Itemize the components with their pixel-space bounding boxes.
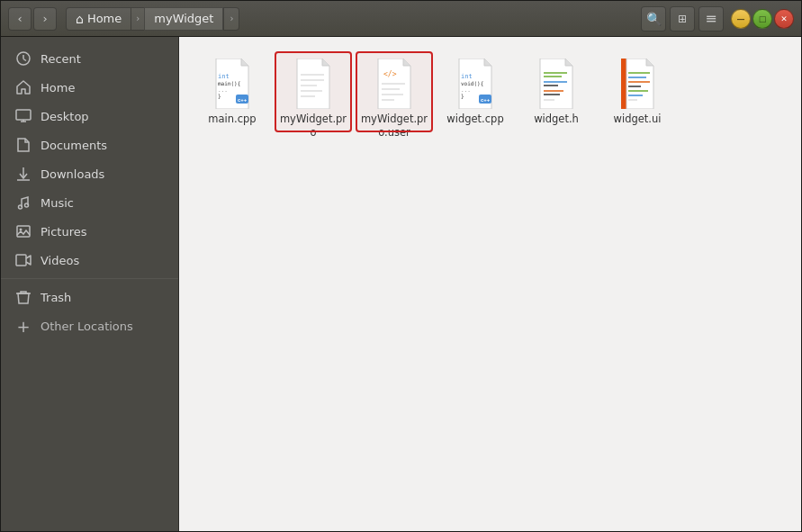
sidebar-item-desktop-label: Desktop [41, 110, 89, 123]
file-item-mywidget-pro[interactable]: myWidget.pro [275, 51, 352, 132]
view-toggle-button[interactable]: ⊞ [670, 6, 695, 32]
recent-icon [15, 50, 32, 67]
file-label-widget-h: widget.h [534, 113, 579, 126]
svg-rect-10 [17, 226, 30, 237]
titlebar: ‹ › ⌂ Home › myWidget › 🔍 ⊞ ≡ [1, 1, 801, 37]
music-icon [15, 194, 32, 211]
svg-point-9 [25, 203, 29, 207]
sidebar: Recent Home Desktop Documents [1, 37, 179, 531]
svg-text:...: ... [218, 86, 228, 93]
breadcrumb-separator: › [131, 7, 144, 31]
trash-icon [15, 289, 32, 305]
file-icon-widget-ui [614, 59, 661, 109]
view-icon: ⊞ [678, 13, 687, 25]
svg-text:</>: </> [383, 70, 397, 78]
menu-icon: ≡ [705, 12, 716, 26]
sidebar-item-other-locations[interactable]: + Other Locations [1, 311, 178, 340]
sidebar-item-documents[interactable]: Documents [1, 131, 178, 159]
sidebar-item-other-locations-label: Other Locations [41, 320, 133, 333]
file-icon-mywidget-pro [290, 59, 337, 109]
sidebar-item-desktop[interactable]: Desktop [1, 102, 178, 131]
svg-rect-3 [16, 110, 31, 120]
other-locations-icon: + [15, 318, 32, 334]
pictures-icon [15, 223, 32, 239]
svg-text:}: } [461, 93, 464, 99]
sidebar-item-pictures[interactable]: Pictures [1, 217, 178, 246]
svg-text:int: int [461, 73, 473, 80]
minimize-button[interactable]: — [731, 9, 751, 29]
svg-point-8 [19, 205, 23, 209]
breadcrumb-expand[interactable]: › [223, 7, 239, 31]
file-icon-widget-cpp: int void(){ ... } c++ [452, 59, 499, 109]
sidebar-item-videos[interactable]: Videos [1, 246, 178, 275]
svg-text:void(){: void(){ [461, 80, 483, 86]
file-item-main-cpp[interactable]: int main(){ ... } c++ main.cpp [194, 51, 271, 132]
svg-text:c++: c++ [481, 97, 491, 103]
main-area: Recent Home Desktop Documents [1, 37, 801, 531]
window-controls: — □ ✕ [731, 9, 794, 29]
file-icon-main-cpp: int main(){ ... } c++ [209, 59, 256, 109]
documents-icon [15, 137, 32, 153]
breadcrumb-home-label: Home [87, 12, 122, 25]
sidebar-separator [1, 278, 178, 279]
file-icon-widget-h [533, 59, 580, 109]
sidebar-item-downloads-label: Downloads [41, 167, 104, 181]
svg-text:}: } [218, 93, 221, 99]
titlebar-actions: 🔍 ⊞ ≡ [641, 6, 724, 32]
svg-line-2 [23, 59, 26, 61]
file-icon-mywidget-pro-user: </> [371, 59, 418, 109]
downloads-icon [15, 166, 32, 182]
file-item-widget-ui[interactable]: widget.ui [599, 51, 676, 132]
sidebar-item-recent-label: Recent [41, 52, 81, 66]
sidebar-item-documents-label: Documents [41, 139, 107, 152]
file-label-mywidget-pro-user: myWidget.pro.user [359, 113, 429, 140]
sidebar-item-music-label: Music [41, 196, 74, 210]
file-grid: int main(){ ... } c++ main.cpp [194, 51, 787, 132]
menu-button[interactable]: ≡ [698, 6, 724, 32]
file-item-widget-cpp[interactable]: int void(){ ... } c++ widget.cpp [437, 51, 514, 132]
sidebar-item-videos-label: Videos [41, 254, 79, 267]
close-button[interactable]: ✕ [774, 9, 794, 29]
home-icon: ⌂ [76, 12, 84, 26]
file-content-area[interactable]: int main(){ ... } c++ main.cpp [179, 37, 801, 531]
forward-button[interactable]: › [33, 7, 57, 31]
sidebar-item-recent[interactable]: Recent [1, 44, 178, 73]
breadcrumb-mywidget-label: myWidget [154, 12, 213, 25]
svg-rect-12 [16, 255, 26, 266]
nav-buttons: ‹ › [8, 7, 57, 31]
svg-text:...: ... [461, 86, 471, 93]
breadcrumb-mywidget[interactable]: myWidget [144, 7, 223, 31]
sidebar-item-trash-label: Trash [41, 291, 71, 304]
videos-icon [15, 252, 32, 268]
svg-text:main(){: main(){ [218, 80, 240, 86]
sidebar-item-pictures-label: Pictures [41, 225, 86, 239]
breadcrumb-home[interactable]: ⌂ Home [66, 7, 131, 31]
desktop-icon [15, 108, 32, 124]
back-button[interactable]: ‹ [8, 7, 32, 31]
svg-text:c++: c++ [238, 97, 248, 103]
file-item-mywidget-pro-user[interactable]: </> myWidget.pro.user [356, 51, 433, 132]
sidebar-item-trash[interactable]: Trash [1, 283, 178, 311]
file-manager-window: ‹ › ⌂ Home › myWidget › 🔍 ⊞ ≡ [0, 0, 802, 532]
file-label-main-cpp: main.cpp [208, 113, 256, 126]
home-sidebar-icon [15, 79, 32, 95]
file-label-widget-ui: widget.ui [614, 113, 662, 126]
breadcrumb: ⌂ Home › myWidget › [66, 7, 239, 31]
sidebar-item-music[interactable]: Music [1, 188, 178, 217]
svg-rect-43 [621, 59, 626, 109]
sidebar-item-home-label: Home [41, 81, 75, 95]
file-item-widget-h[interactable]: widget.h [518, 51, 595, 132]
maximize-button[interactable]: □ [752, 9, 772, 29]
search-button[interactable]: 🔍 [641, 6, 666, 32]
sidebar-item-home[interactable]: Home [1, 73, 178, 102]
sidebar-item-downloads[interactable]: Downloads [1, 159, 178, 188]
file-label-widget-cpp: widget.cpp [446, 113, 503, 126]
svg-text:int: int [218, 73, 230, 80]
file-label-mywidget-pro: myWidget.pro [278, 113, 348, 140]
search-icon: 🔍 [646, 12, 662, 26]
